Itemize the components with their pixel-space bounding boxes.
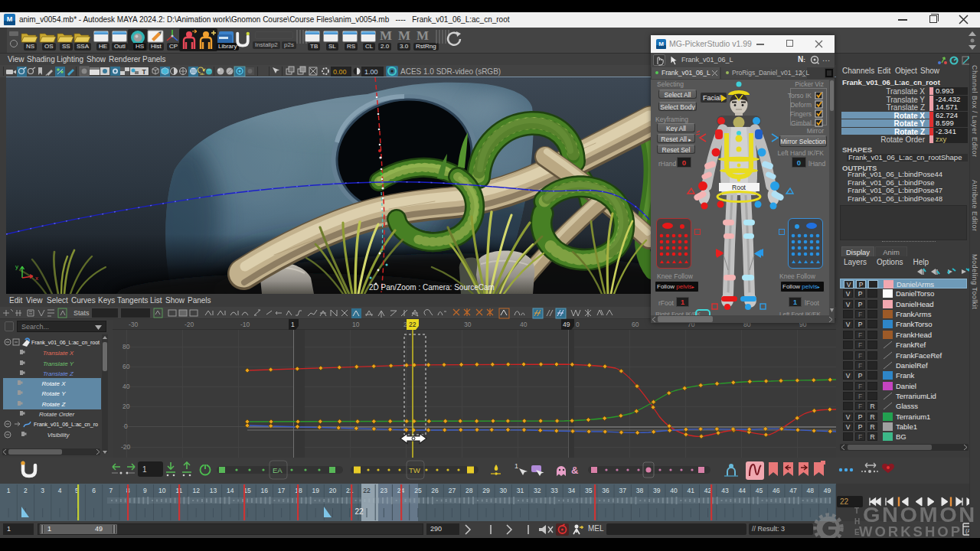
svg-text:4: 4 xyxy=(58,487,62,494)
svg-text:ACES 1.0 SDR-video (sRGB): ACES 1.0 SDR-video (sRGB) xyxy=(400,67,501,76)
svg-text:-10: -10 xyxy=(240,321,250,328)
svg-text:49: 49 xyxy=(824,487,831,494)
svg-text:28: 28 xyxy=(466,487,473,494)
svg-text:12: 12 xyxy=(192,487,200,494)
svg-text:-20: -20 xyxy=(185,321,194,328)
svg-text:21: 21 xyxy=(346,487,354,494)
svg-text:29: 29 xyxy=(482,487,490,494)
svg-text:34: 34 xyxy=(568,487,576,494)
svg-text:6: 6 xyxy=(92,487,96,494)
svg-text:T: T xyxy=(142,68,146,76)
svg-text:32: 32 xyxy=(534,487,541,494)
svg-text:39: 39 xyxy=(653,487,661,494)
svg-text:Rotate Order: Rotate Order xyxy=(39,411,75,418)
svg-text:46: 46 xyxy=(773,487,780,494)
svg-text:-30: -30 xyxy=(129,321,139,328)
svg-text:Translate Y: Translate Y xyxy=(43,360,74,367)
svg-text:Visibility: Visibility xyxy=(47,432,70,439)
svg-text:M: M xyxy=(658,41,664,47)
svg-text:7: 7 xyxy=(109,487,113,494)
svg-text:Frank_v01_06_L:ac_cn_root: Frank_v01_06_L:ac_cn_root xyxy=(31,339,100,346)
svg-text:0: 0 xyxy=(576,321,580,328)
svg-text:EA: EA xyxy=(273,466,283,474)
svg-text:27: 27 xyxy=(449,487,456,494)
svg-text:13: 13 xyxy=(210,487,217,494)
svg-text:T: T xyxy=(854,507,859,515)
svg-text:1.00: 1.00 xyxy=(364,68,378,76)
svg-text:1: 1 xyxy=(514,462,518,470)
svg-text:49: 49 xyxy=(563,321,570,328)
svg-text:TW: TW xyxy=(409,466,420,474)
svg-text:40: 40 xyxy=(122,383,130,390)
svg-text:16: 16 xyxy=(261,487,269,494)
svg-text:47: 47 xyxy=(789,487,797,494)
svg-text:22: 22 xyxy=(363,487,371,494)
svg-text:43: 43 xyxy=(721,487,729,494)
svg-text:10: 10 xyxy=(352,321,360,328)
svg-text:Rotate Z: Rotate Z xyxy=(42,401,67,408)
svg-text:40: 40 xyxy=(520,321,528,328)
svg-text:2D Pan/Zoom : Camera: SourceCa: 2D Pan/Zoom : Camera: SourceCam xyxy=(369,283,495,292)
svg-text:25: 25 xyxy=(414,487,422,494)
svg-text:14: 14 xyxy=(227,487,234,494)
svg-text:31: 31 xyxy=(517,487,524,494)
svg-text:60: 60 xyxy=(632,321,639,328)
svg-text:2: 2 xyxy=(24,487,28,494)
svg-text:x: x xyxy=(35,275,38,282)
svg-text:60: 60 xyxy=(122,363,130,370)
svg-text:Root: Root xyxy=(732,184,746,191)
svg-text:M: M xyxy=(7,15,13,23)
svg-text:44: 44 xyxy=(738,487,746,494)
svg-text:35: 35 xyxy=(585,487,593,494)
svg-text:30: 30 xyxy=(500,487,508,494)
svg-text:Translate Z: Translate Z xyxy=(43,370,74,377)
svg-text:33: 33 xyxy=(550,487,558,494)
svg-text:1: 1 xyxy=(291,321,295,328)
svg-text:1: 1 xyxy=(142,465,147,474)
svg-text:1: 1 xyxy=(7,487,11,494)
svg-text:Translate X: Translate X xyxy=(43,350,74,357)
svg-text:Rotate Y: Rotate Y xyxy=(42,390,67,397)
svg-text:23: 23 xyxy=(381,487,388,494)
svg-text:37: 37 xyxy=(619,487,626,494)
svg-text:WORKSHOP: WORKSHOP xyxy=(859,523,962,538)
svg-text:17: 17 xyxy=(278,487,286,494)
svg-text:10: 10 xyxy=(158,487,166,494)
svg-text:40: 40 xyxy=(670,487,678,494)
svg-text:38: 38 xyxy=(636,487,644,494)
svg-text:y: y xyxy=(15,263,18,270)
svg-text:80: 80 xyxy=(122,343,130,350)
svg-text:-20: -20 xyxy=(121,443,131,451)
svg-text:0.00: 0.00 xyxy=(333,68,347,76)
svg-text:19: 19 xyxy=(312,487,319,494)
svg-text:Frank_v01_06_L:ac_cn_ro: Frank_v01_06_L:ac_cn_ro xyxy=(34,421,98,428)
svg-text:0: 0 xyxy=(124,422,128,430)
svg-text:48: 48 xyxy=(807,487,815,494)
svg-text:20: 20 xyxy=(329,487,337,494)
svg-text:41: 41 xyxy=(688,487,695,494)
svg-text:30: 30 xyxy=(464,321,472,328)
svg-text:22: 22 xyxy=(354,507,364,516)
svg-text:9: 9 xyxy=(143,487,147,494)
svg-text:20: 20 xyxy=(122,403,130,410)
svg-text:26: 26 xyxy=(431,487,439,494)
svg-text:3: 3 xyxy=(41,487,44,494)
svg-text:45: 45 xyxy=(756,487,763,494)
svg-text:Rotate X: Rotate X xyxy=(41,380,66,387)
svg-text:22: 22 xyxy=(409,321,416,328)
svg-text:36: 36 xyxy=(602,487,609,494)
svg-text:&: & xyxy=(571,465,578,476)
svg-text:Stats: Stats xyxy=(74,309,90,317)
